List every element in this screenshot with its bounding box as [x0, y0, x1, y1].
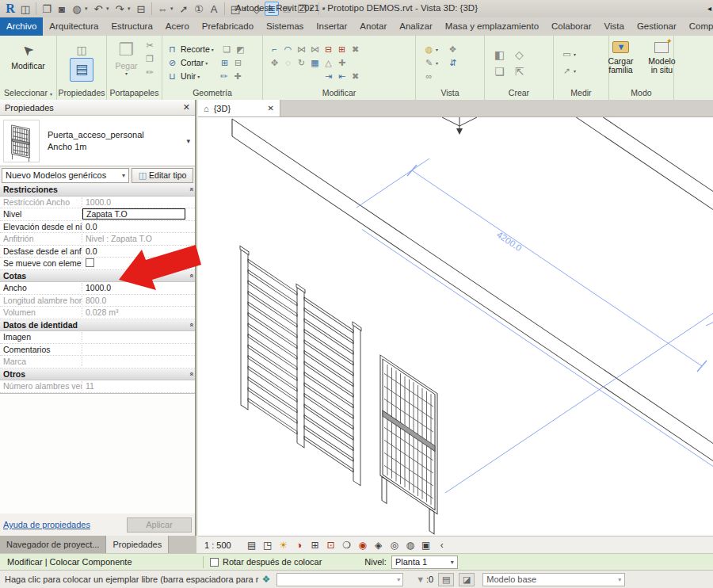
mirror-icon[interactable]: ⋈: [295, 44, 308, 55]
rotate-icon[interactable]: ↻: [295, 57, 308, 69]
detail-level-icon[interactable]: ▤: [246, 540, 258, 551]
sun-path-icon[interactable]: ☀: [277, 540, 290, 551]
ruler-icon[interactable]: ▭: [560, 48, 574, 60]
type-properties-icon[interactable]: ◫: [75, 44, 89, 56]
geo-extra4-icon[interactable]: ⊟: [231, 57, 245, 69]
reveal-hidden-icon[interactable]: ◍: [422, 44, 436, 55]
unpin-icon[interactable]: ✖: [349, 44, 362, 55]
join-geometry-button[interactable]: ⊔ Unir▾ ✏ ✚: [166, 70, 244, 83]
create-similar-icon[interactable]: ◇: [513, 48, 526, 60]
nivel-edit-field[interactable]: Zapata T.O: [82, 208, 185, 220]
section-restricciones[interactable]: Restricciones«: [0, 184, 195, 197]
close-hidden-windows-icon[interactable]: ⊠: [280, 2, 294, 16]
displaced-elements-icon[interactable]: ▣: [420, 540, 433, 551]
panel-label-portapapeles[interactable]: Portapapeles: [107, 87, 162, 100]
geo-extra5-icon[interactable]: ✏: [217, 71, 231, 82]
hide-elements-icon[interactable]: ⇵: [446, 57, 459, 69]
open-icon[interactable]: ❐: [40, 2, 54, 16]
exclude-options-icon[interactable]: ◪: [459, 573, 475, 586]
visual-style-icon[interactable]: ◳: [261, 540, 274, 551]
section-datos-de-identidad[interactable]: Datos de identidad«: [0, 319, 195, 332]
panel-label-geometria[interactable]: Geometría: [162, 87, 262, 100]
shadows-icon[interactable]: ◑: [293, 540, 306, 551]
cut-icon[interactable]: ✂: [143, 40, 157, 52]
property-row[interactable]: Elevación desde el nivel0.0: [0, 221, 195, 234]
dimension-caret-icon[interactable]: ▾: [170, 6, 176, 12]
measure-icon[interactable]: ➚: [177, 2, 191, 16]
edit-type-button[interactable]: ◫ Editar tipo: [132, 168, 193, 183]
tab-gestionar[interactable]: Gestionar: [631, 17, 683, 36]
property-row[interactable]: NivelZapata T.O: [0, 208, 195, 221]
panel-label-propiedades[interactable]: Propiedades: [57, 87, 106, 100]
tab-archivo[interactable]: Archivo: [0, 17, 43, 36]
tab-arquitectura[interactable]: Arquitectura: [43, 17, 105, 36]
show-crop-icon[interactable]: ⊡: [325, 540, 337, 551]
tab-anotar[interactable]: Anotar: [353, 17, 393, 36]
create-assembly-icon[interactable]: ❏: [493, 65, 506, 77]
offset-icon[interactable]: ◠: [281, 44, 295, 55]
property-row[interactable]: Comentarios: [0, 344, 195, 357]
measure-between-icon[interactable]: ➚: [560, 65, 574, 77]
print-icon[interactable]: ⊟: [134, 2, 148, 16]
match-type-icon[interactable]: ✏: [143, 67, 157, 78]
sync-icon[interactable]: ◍: [70, 2, 84, 16]
tab-insertar[interactable]: Insertar: [310, 17, 353, 36]
panel-label-modo[interactable]: Modo: [609, 87, 673, 100]
temporary-view-properties-icon[interactable]: ◍: [404, 540, 417, 551]
section-otros[interactable]: Otros«: [0, 368, 195, 381]
create-parts-icon[interactable]: ⇱: [513, 65, 526, 77]
worksharing-display-icon[interactable]: ◎: [388, 540, 401, 551]
split-gap-icon[interactable]: ⊞: [335, 44, 349, 55]
reveal-hidden-elements-icon[interactable]: ◉: [356, 540, 369, 551]
crop-view-icon[interactable]: ⊞: [309, 540, 322, 551]
property-row-ancho[interactable]: Ancho1000.0: [0, 282, 195, 295]
editable-only-icon[interactable]: ▤: [438, 573, 454, 586]
elevation-marker[interactable]: [442, 117, 477, 135]
geo-extra6-icon[interactable]: ✚: [231, 71, 244, 82]
copy-element-icon[interactable]: ◌: [281, 57, 295, 69]
tab-sistemas[interactable]: Sistemas: [260, 17, 310, 36]
level-select[interactable]: Planta 1▾: [391, 556, 458, 569]
panel-label-vista[interactable]: Vista: [416, 87, 484, 100]
section-cotas[interactable]: Cotas«: [0, 270, 195, 283]
redo-caret-icon[interactable]: ▾: [128, 6, 133, 12]
section-icon[interactable]: ◇: [250, 2, 264, 16]
override-graphics-icon[interactable]: ✎: [422, 57, 436, 69]
type-selector[interactable]: Puerta_acceso_personal Ancho 1m ▾: [0, 116, 195, 166]
view3d-caret-icon[interactable]: ▾: [243, 6, 249, 12]
moves-with-nearby-checkbox[interactable]: [86, 258, 94, 267]
access-gate[interactable]: [380, 355, 437, 536]
split-element-icon[interactable]: ⊟: [322, 44, 335, 55]
property-row[interactable]: Imagen: [0, 331, 195, 344]
mirror-draw-icon[interactable]: ⋈: [308, 44, 322, 55]
fence-panels[interactable]: [240, 246, 361, 486]
create-group-icon[interactable]: ◧: [493, 48, 506, 60]
tag-icon[interactable]: ①: [192, 2, 206, 16]
move-icon[interactable]: ✥: [268, 57, 281, 69]
rotate-after-place-checkbox[interactable]: [210, 558, 219, 567]
undo-caret-icon[interactable]: ▾: [106, 6, 112, 12]
drawing-canvas[interactable]: 4200.0: [198, 117, 713, 536]
lock-3d-view-icon[interactable]: ◈: [372, 540, 385, 551]
text-icon[interactable]: A: [207, 2, 221, 16]
property-row[interactable]: Se mueve con elemen...: [0, 258, 195, 270]
tab-complementos[interactable]: Complementos: [683, 17, 713, 36]
revit-logo-icon[interactable]: R: [3, 2, 17, 16]
filter-icon[interactable]: ▼: [416, 575, 425, 584]
design-option-combobox[interactable]: Modelo base▾: [482, 573, 625, 586]
dimension-text[interactable]: 4200.0: [495, 230, 524, 254]
switch-windows-caret-icon[interactable]: ▾: [310, 6, 315, 12]
panel-label-crear[interactable]: Crear: [485, 87, 553, 100]
sync-caret-icon[interactable]: ▾: [85, 6, 90, 12]
expand-bar-icon[interactable]: ‹: [436, 540, 448, 551]
view-tab-3d[interactable]: ⌂ {3D} ✕: [198, 100, 280, 116]
switch-windows-icon[interactable]: ❐: [295, 2, 309, 16]
thin-lines-icon[interactable]: ≣: [265, 2, 279, 16]
panel-label-modificar[interactable]: Modificar: [263, 87, 415, 100]
properties-toggle-button[interactable]: ▤: [70, 58, 93, 82]
displace-elements-icon[interactable]: ❖: [446, 44, 459, 55]
default-3d-view-icon[interactable]: ◰: [228, 2, 242, 16]
delete-icon[interactable]: ✖: [349, 71, 362, 82]
tab-vista[interactable]: Vista: [598, 17, 631, 36]
linework-icon[interactable]: ∞: [422, 71, 436, 82]
